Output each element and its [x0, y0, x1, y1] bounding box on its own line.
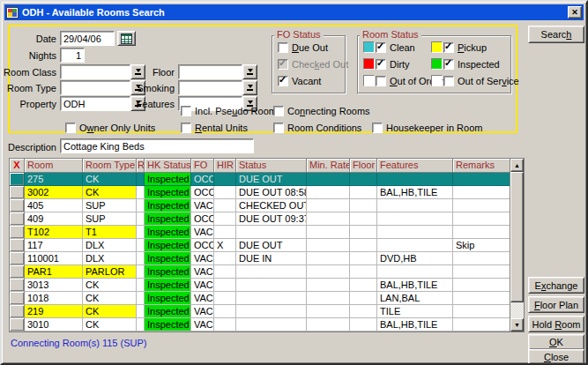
table-row[interactable]: 3013CKInspectedVACBAL,HB,TILE	[10, 279, 510, 292]
table-row[interactable]: 409SUPInspectedOCCDUE OUT 09:37	[10, 212, 510, 226]
cell-fo: OCC	[191, 239, 214, 252]
search-button[interactable]: Search	[528, 26, 584, 43]
cell-remarks	[453, 199, 510, 212]
cell-remarks	[453, 279, 510, 292]
cell-features: BAL,HB,TILE	[377, 186, 453, 199]
inspected-color-swatch	[431, 58, 443, 70]
cell-min-rate	[307, 239, 350, 252]
scrollbar-thumb[interactable]	[510, 172, 524, 302]
table-row[interactable]: 1018CKInspectedVACLAN,BAL	[10, 292, 510, 305]
cell-remarks	[453, 212, 510, 226]
cell-fo: VAC	[191, 265, 214, 279]
checkbox-owner-only-units[interactable]: Owner Only Units	[65, 122, 155, 133]
room-class-input[interactable]	[60, 64, 130, 79]
floor-plan-button[interactable]: Floor Plan	[528, 296, 584, 313]
floor-dropdown-icon[interactable]	[242, 64, 257, 79]
pickup-checkbox[interactable]	[443, 42, 454, 53]
date-input[interactable]	[60, 31, 115, 46]
connecting-rooms-checkbox[interactable]	[273, 106, 284, 116]
cell-room: PAR1	[25, 265, 83, 279]
cell-min-rate	[307, 199, 350, 212]
scroll-up-icon[interactable]: ▲	[510, 159, 524, 172]
cell-remarks	[453, 318, 510, 331]
checkbox-inspected[interactable]: Inspected	[431, 58, 500, 70]
cell-remarks	[453, 186, 510, 199]
table-row[interactable]: T102T1InspectedVAC	[10, 226, 510, 239]
due-out-checkbox[interactable]	[278, 42, 288, 53]
room-status-title: Room Status	[360, 29, 421, 40]
room-type-label: Room Type	[2, 82, 56, 94]
checkbox-housekeeper-in-room[interactable]: Housekeeper in Room	[372, 122, 482, 133]
description-input[interactable]	[60, 138, 254, 153]
clean-checkbox[interactable]	[376, 42, 386, 53]
close-button[interactable]: Close	[528, 349, 584, 364]
checkbox-incl-pseudo-rooms[interactable]: Incl. Pseudo Rooms	[181, 105, 281, 116]
nights-label: Nights	[2, 49, 56, 62]
checkbox-room-conditions[interactable]: Room Conditions	[273, 122, 361, 133]
cell-features: LAN,BAL	[377, 292, 453, 305]
exchange-button[interactable]: Exchange	[528, 277, 584, 294]
table-row[interactable]: 110001DLXInspectedVACDUE INDVD,HB	[10, 252, 510, 265]
housekeeper-in-room-checkbox[interactable]	[372, 123, 383, 133]
cell-features	[377, 239, 453, 252]
table-row[interactable]: 219CKInspectedVACTILE	[10, 305, 510, 318]
cell-features: BAL,HB,TILE	[377, 318, 453, 331]
out-of-service-checkbox[interactable]	[443, 76, 454, 86]
table-row[interactable]: 3002CKInspectedOCCDUE OUT 08:58BAL,HB,TI…	[10, 186, 510, 199]
table-row[interactable]: 275CKInspectedOCCDUE OUT	[10, 173, 510, 186]
checkbox-vacant[interactable]: Vacant	[278, 75, 321, 86]
checkbox-dirty[interactable]: Dirty	[363, 58, 410, 70]
table-row[interactable]: 3010CKInspectedVACBAL,HB,TILE	[10, 318, 510, 331]
smoking-dropdown-icon[interactable]	[242, 80, 257, 95]
cell-min-rate	[307, 305, 350, 318]
smoking-input[interactable]	[178, 80, 242, 95]
cell-floor	[350, 199, 377, 212]
close-icon[interactable]: ✕	[568, 6, 582, 19]
checkbox-checked-out[interactable]: Checked Out	[278, 58, 348, 70]
checked-out-checkbox[interactable]	[278, 59, 288, 70]
cell-hk-status: Inspected	[145, 173, 191, 186]
cell-min-rate	[307, 292, 350, 305]
hold-room-button[interactable]: Hold Room	[528, 316, 584, 332]
table-row[interactable]: PAR1PARLORInspectedVAC	[10, 265, 510, 279]
cell-r	[137, 199, 145, 212]
cell-fo: VAC	[191, 318, 214, 331]
inspected-checkbox[interactable]	[443, 59, 454, 70]
checkbox-clean[interactable]: Clean	[363, 41, 415, 53]
checkbox-pickup[interactable]: Pickup	[431, 41, 487, 53]
checkbox-rental-units[interactable]: Rental Units	[181, 122, 248, 133]
ok-button[interactable]: OK	[528, 334, 584, 350]
floor-input[interactable]	[178, 64, 242, 79]
checkbox-connecting-rooms[interactable]: Connecting Rooms	[273, 105, 370, 116]
property-input[interactable]	[60, 96, 130, 111]
calendar-icon[interactable]	[117, 31, 136, 46]
window-title: ODH - Available Rooms Search	[22, 7, 568, 18]
rental-units-checkbox[interactable]	[181, 123, 191, 133]
scroll-down-icon[interactable]: ▼	[510, 318, 524, 331]
incl-pseudo-rooms-checkbox[interactable]	[181, 106, 191, 116]
table-row[interactable]: 117DLXInspectedOCCXDUE OUTSkip	[10, 239, 510, 252]
cell-fo: OCC	[191, 173, 214, 186]
checkbox-due-out[interactable]: Due Out	[278, 41, 328, 53]
app-icon	[6, 7, 19, 19]
cell-features: BAL,HB,TILE	[377, 279, 453, 292]
cell-hir	[214, 212, 236, 226]
checkbox-out-of-service[interactable]: Out of Service	[431, 75, 519, 86]
cell-r	[137, 318, 145, 331]
cell-fo: VAC	[191, 279, 214, 292]
cell-hk-status: Inspected	[145, 305, 191, 318]
vertical-scrollbar[interactable]: ▲ ▼	[510, 159, 524, 331]
room-type-input[interactable]	[60, 80, 130, 95]
cell-fo: VAC	[191, 252, 214, 265]
owner-only-units-checkbox[interactable]	[65, 123, 76, 133]
nights-input[interactable]	[60, 48, 85, 63]
room-conditions-checkbox[interactable]	[273, 123, 284, 133]
out-of-order-color-swatch	[363, 75, 375, 86]
cell-floor	[350, 186, 377, 199]
dirty-checkbox[interactable]	[376, 59, 386, 70]
column-header-min-rate: Min. Rate	[307, 159, 350, 173]
table-row[interactable]: 405SUPInspectedVACCHECKED OUT	[10, 199, 510, 212]
out-of-order-checkbox[interactable]	[376, 76, 386, 86]
vacant-checkbox[interactable]	[278, 76, 288, 86]
titlebar[interactable]: ODH - Available Rooms Search ✕	[4, 4, 584, 20]
